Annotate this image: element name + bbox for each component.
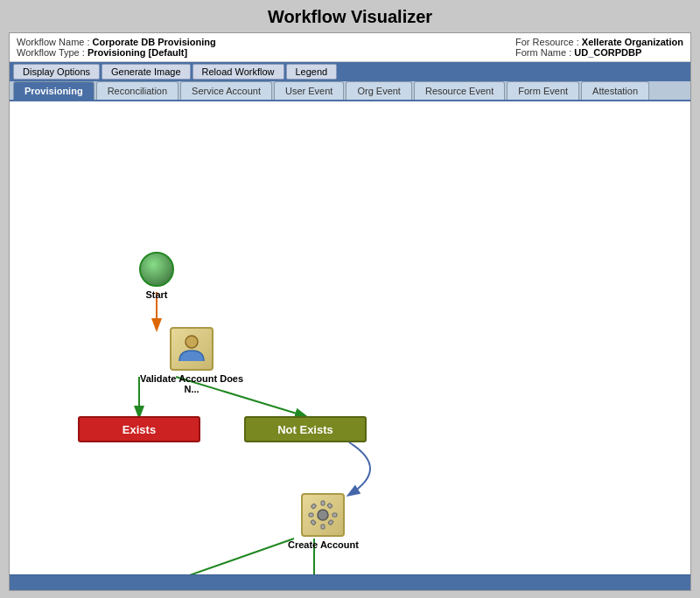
tab-resource-event[interactable]: Resource Event <box>414 81 505 100</box>
svg-rect-10 <box>332 513 337 517</box>
tab-provisioning[interactable]: Provisioning <box>13 81 94 100</box>
bottom-bar <box>10 574 690 590</box>
svg-rect-7 <box>321 501 325 505</box>
reload-workflow-button[interactable]: Reload Workflow <box>192 64 284 80</box>
info-bar: Workflow Name : Corporate DB Provisionin… <box>10 33 690 62</box>
svg-rect-13 <box>311 519 316 525</box>
tab-service-account[interactable]: Service Account <box>180 81 272 100</box>
validate-label: Validate Account Does N... <box>135 373 248 394</box>
tabs-bar: Provisioning Reconciliation Service Acco… <box>10 81 690 101</box>
svg-rect-12 <box>327 503 332 508</box>
for-resource: For Resource : Xellerate Organization <box>515 37 683 47</box>
create-account-icon <box>301 493 345 537</box>
tab-user-event[interactable]: User Event <box>274 81 344 100</box>
info-left: Workflow Name : Corporate DB Provisionin… <box>17 37 216 58</box>
generate-image-button[interactable]: Generate Image <box>102 64 191 80</box>
tab-attestation[interactable]: Attestation <box>581 81 649 100</box>
page-title: Workflow Visualizer <box>268 7 432 27</box>
main-panel: Workflow Name : Corporate DB Provisionin… <box>9 32 691 591</box>
svg-rect-8 <box>321 525 325 529</box>
svg-point-5 <box>186 336 198 348</box>
form-name: Form Name : UD_CORPDBP <box>515 47 683 58</box>
display-options-button[interactable]: Display Options <box>13 64 100 80</box>
create-account-node[interactable]: Create Account <box>288 493 359 550</box>
svg-rect-14 <box>328 519 333 525</box>
validate-node[interactable]: Validate Account Does N... <box>135 327 248 394</box>
svg-line-4 <box>150 539 294 574</box>
info-right: For Resource : Xellerate Organization Fo… <box>515 37 683 58</box>
tab-form-event[interactable]: Form Event <box>507 81 579 100</box>
toolbar: Display Options Generate Image Reload Wo… <box>10 62 690 81</box>
legend-button[interactable]: Legend <box>286 64 338 80</box>
start-circle <box>139 252 174 287</box>
validate-task-icon <box>170 327 214 371</box>
tab-reconciliation[interactable]: Reconciliation <box>96 81 178 100</box>
svg-rect-11 <box>312 504 317 509</box>
workflow-canvas: Start Validate Account Does N... Exists <box>10 101 690 574</box>
not-exists-box: Not Exists <box>244 416 367 442</box>
not-exists-node[interactable]: Not Exists <box>244 416 367 442</box>
start-label: Start <box>145 289 167 300</box>
start-node[interactable]: Start <box>139 252 174 300</box>
svg-point-6 <box>318 510 328 520</box>
exists-box: Exists <box>78 416 200 442</box>
workflow-name: Workflow Name : Corporate DB Provisionin… <box>17 37 216 47</box>
svg-rect-9 <box>309 513 313 517</box>
create-account-label: Create Account <box>288 539 359 550</box>
exists-node[interactable]: Exists <box>78 416 200 442</box>
workflow-type: Workflow Type : Provisioning [Default] <box>17 47 216 58</box>
tab-org-event[interactable]: Org Event <box>346 81 412 100</box>
